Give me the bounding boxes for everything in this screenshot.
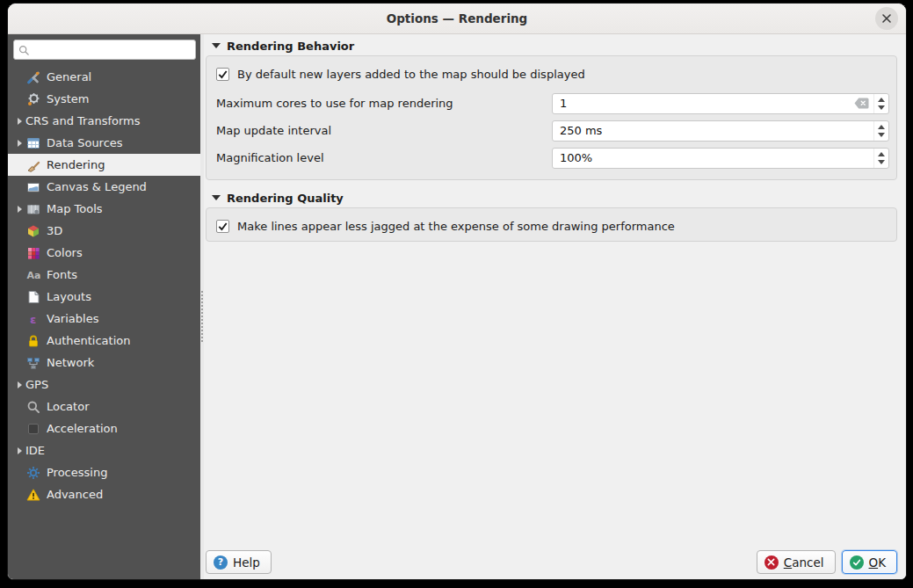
window-title: Options — Rendering <box>387 11 528 25</box>
sidebar-item-3d[interactable]: 3D <box>8 220 200 242</box>
settings-tree: General System CRS and Transforms <box>8 66 200 579</box>
options-dialog: Options — Rendering General <box>7 3 907 580</box>
cube-3d-icon <box>25 224 40 238</box>
network-icon <box>25 356 40 370</box>
sidebar-item-label: System <box>47 92 89 105</box>
expand-arrow-icon[interactable] <box>18 381 22 388</box>
help-button[interactable]: ? Help <box>206 550 272 574</box>
map-update-interval-label: Map update interval <box>214 124 331 137</box>
sidebar-item-label: Map Tools <box>47 202 103 215</box>
color-swatches-icon <box>25 246 40 260</box>
sidebar-item-label: GPS <box>25 378 48 391</box>
magnification-level-input[interactable] <box>553 151 873 164</box>
sidebar-item-map-tools[interactable]: Map Tools <box>8 198 200 220</box>
display-new-layers-label: By default new layers added to the map s… <box>237 68 585 81</box>
max-cores-label: Maximum cores to use for map rendering <box>214 97 453 110</box>
sidebar-item-label: Processing <box>47 466 107 479</box>
collapse-triangle-icon <box>212 195 221 200</box>
gear-blue-icon <box>25 466 40 480</box>
table-icon <box>25 136 40 150</box>
sidebar-item-system[interactable]: System <box>8 88 200 110</box>
map-update-interval-spinbox <box>552 120 889 142</box>
magnifier-icon <box>25 400 40 414</box>
page-icon <box>25 290 40 304</box>
fonts-icon: Aa <box>25 268 40 282</box>
sidebar-item-label: Authentication <box>47 334 130 347</box>
spin-down-button[interactable] <box>878 105 885 110</box>
sidebar-item-rendering[interactable]: Rendering <box>8 154 200 176</box>
sidebar-item-data-sources[interactable]: Data Sources <box>8 132 200 154</box>
epsilon-icon: ε <box>25 312 40 326</box>
sidebar-search-input[interactable] <box>33 44 191 56</box>
spin-up-button[interactable] <box>878 98 885 102</box>
antialiasing-label: Make lines appear less jagged at the exp… <box>237 220 675 233</box>
rendering-settings-panel: Rendering Behavior By default new layers… <box>204 34 906 579</box>
sidebar: General System CRS and Transforms <box>8 34 200 579</box>
sidebar-item-gps[interactable]: GPS <box>8 374 200 396</box>
expand-arrow-icon[interactable] <box>18 140 22 147</box>
expand-arrow-icon[interactable] <box>18 206 22 213</box>
group-title: Rendering Behavior <box>227 40 354 53</box>
group-title: Rendering Quality <box>227 192 344 205</box>
search-icon <box>18 45 29 55</box>
sidebar-item-canvas-legend[interactable]: Canvas & Legend <box>8 176 200 198</box>
ok-icon <box>850 555 864 570</box>
lock-icon <box>25 334 40 348</box>
sidebar-item-processing[interactable]: Processing <box>8 461 200 483</box>
chip-icon <box>25 422 40 436</box>
sidebar-item-locator[interactable]: Locator <box>8 396 200 417</box>
expand-arrow-icon[interactable] <box>18 118 22 125</box>
antialiasing-checkbox[interactable] <box>216 220 229 233</box>
sidebar-item-layouts[interactable]: Layouts <box>8 286 200 308</box>
sidebar-item-network[interactable]: Network <box>8 352 200 374</box>
clear-icon <box>854 98 869 109</box>
sidebar-item-general[interactable]: General <box>8 66 200 88</box>
spin-down-button[interactable] <box>878 160 885 164</box>
spin-up-button[interactable] <box>878 152 885 156</box>
close-icon <box>881 13 892 24</box>
sidebar-item-fonts[interactable]: Aa Fonts <box>8 264 200 286</box>
spin-down-button[interactable] <box>878 133 885 137</box>
sidebar-item-label: IDE <box>25 444 45 457</box>
sidebar-item-label: Network <box>47 356 94 369</box>
tools-icon <box>25 70 40 84</box>
sidebar-item-colors[interactable]: Colors <box>8 242 200 264</box>
sidebar-search-box <box>13 40 196 60</box>
group-rendering-quality: Rendering Quality Make lines appear less… <box>206 188 897 242</box>
sidebar-item-advanced[interactable]: Advanced <box>8 483 200 505</box>
collapse-triangle-icon <box>212 43 221 48</box>
sidebar-item-label: 3D <box>47 224 62 237</box>
map-update-interval-input[interactable] <box>553 124 873 137</box>
max-cores-input[interactable] <box>553 97 854 110</box>
clear-value-button[interactable] <box>854 98 869 109</box>
sidebar-item-label: CRS and Transforms <box>25 114 141 127</box>
sidebar-item-label: Layouts <box>47 290 91 303</box>
sidebar-item-ide[interactable]: IDE <box>8 439 200 461</box>
group-rendering-behavior-header[interactable]: Rendering Behavior <box>206 36 897 55</box>
svg-text:Aa: Aa <box>26 270 40 281</box>
close-button[interactable] <box>875 7 898 30</box>
display-new-layers-checkbox[interactable] <box>216 68 229 81</box>
expand-arrow-icon[interactable] <box>18 447 22 454</box>
sidebar-item-crs-and-transforms[interactable]: CRS and Transforms <box>8 110 200 132</box>
sidebar-item-label: Colors <box>47 246 83 259</box>
map-tools-icon <box>25 202 40 216</box>
help-icon: ? <box>214 555 228 570</box>
cancel-button[interactable]: Cancel <box>757 550 836 574</box>
ok-button[interactable]: OK <box>842 550 898 574</box>
sidebar-item-acceleration[interactable]: Acceleration <box>8 417 200 439</box>
group-rendering-quality-header[interactable]: Rendering Quality <box>206 188 897 207</box>
group-rendering-behavior: Rendering Behavior By default new layers… <box>206 36 897 180</box>
system-gear-icon <box>25 92 40 106</box>
magnification-level-spinbox <box>552 148 889 169</box>
spin-up-button[interactable] <box>878 125 885 129</box>
sidebar-item-label: Fonts <box>47 268 77 281</box>
magnification-level-label: Magnification level <box>214 151 324 164</box>
sidebar-item-label: Canvas & Legend <box>47 180 147 193</box>
sidebar-item-variables[interactable]: ε Variables <box>8 308 200 330</box>
sidebar-item-label: Rendering <box>47 158 105 171</box>
sidebar-item-authentication[interactable]: Authentication <box>8 330 200 352</box>
sidebar-item-label: Acceleration <box>47 422 118 435</box>
checkmark-icon <box>217 69 228 80</box>
dialog-footer: ? Help Cancel OK <box>206 550 897 574</box>
